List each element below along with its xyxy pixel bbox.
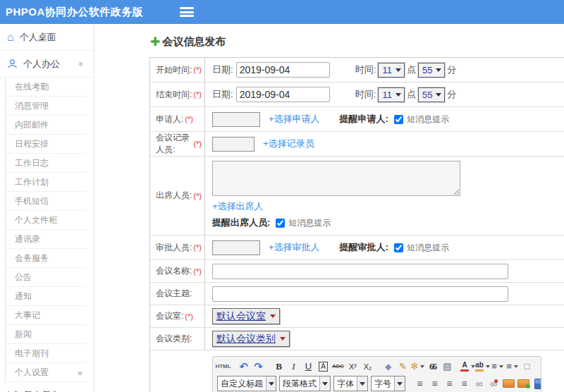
blockquote-button[interactable]: 66: [426, 359, 439, 374]
insert-image-button[interactable]: [517, 376, 530, 391]
unlink-icon[interactable]: ∞: [487, 376, 501, 391]
italic-button[interactable]: I: [287, 359, 300, 374]
required-mark: (*): [193, 66, 202, 74]
app-title: PHPOA协同办公软件政务版: [6, 6, 143, 19]
dropdown-arrow-icon: [276, 337, 288, 341]
align-right-icon[interactable]: ≡: [443, 376, 456, 391]
dropdown-arrow-icon: [319, 376, 330, 391]
meeting-subject-input[interactable]: [212, 286, 508, 302]
format-painter-icon[interactable]: ✎: [396, 359, 410, 374]
recorder-input[interactable]: [212, 137, 255, 152]
choose-attendees-link[interactable]: +选择出席人: [212, 200, 264, 213]
media-button[interactable]: [532, 376, 541, 391]
unordered-list-button[interactable]: ≡: [505, 359, 519, 374]
meeting-name-input[interactable]: [212, 264, 508, 279]
choose-applicant-link[interactable]: +选择申请人: [269, 113, 320, 125]
date-label: 日期:: [212, 63, 233, 76]
sidebar-item-personal-desktop[interactable]: ⌂ 个人桌面: [0, 24, 94, 51]
remove-format-icon[interactable]: ◆: [381, 359, 395, 374]
highlight-color-button[interactable]: ab: [476, 359, 489, 374]
superscript-button[interactable]: X²: [346, 359, 360, 374]
font-color-button[interactable]: A: [461, 359, 474, 374]
link-icon[interactable]: ∞: [472, 376, 486, 391]
start-minute-select[interactable]: 55: [418, 63, 445, 78]
applicant-input[interactable]: [212, 112, 260, 127]
dropdown-arrow-icon: [433, 68, 444, 72]
font-size-select[interactable]: 字号: [371, 376, 405, 391]
approver-input[interactable]: [212, 240, 260, 255]
attendees-textarea[interactable]: [212, 161, 460, 196]
row-attendees: 出席人员: (*) +选择出席人 提醒出席人员: 短消息提示: [150, 157, 564, 235]
sidebar-item-online-attendance[interactable]: 在线考勤: [6, 78, 87, 97]
sidebar-item-e-journal[interactable]: 电子期刊: [6, 344, 87, 363]
justify-icon[interactable]: ≡: [458, 376, 471, 391]
underline-button[interactable]: U: [302, 359, 315, 374]
undo-icon[interactable]: ↶: [237, 359, 250, 374]
recorder-label: 会议记录人员:: [156, 132, 192, 156]
office-submenu: 在线考勤 消息管理 内部邮件 日程安排 工作日志 工作计划 手机短信 个人文件柜…: [5, 78, 94, 382]
subscript-button[interactable]: X₂: [361, 359, 374, 374]
image-button[interactable]: [502, 376, 515, 391]
font-family-select[interactable]: 字体: [333, 376, 368, 391]
row-meeting-room: 会议室: (*) 默认会议室: [150, 305, 564, 328]
start-date-input[interactable]: [236, 62, 330, 78]
required-mark: (*): [193, 90, 202, 99]
hour-unit-label: 点: [407, 63, 416, 76]
hamburger-menu-icon[interactable]: [180, 7, 194, 17]
fullscreen-button[interactable]: [541, 359, 541, 374]
quick-format-button[interactable]: ✻: [411, 359, 424, 374]
row-meeting-content: HTML ↶ ↷ B I U A ABC X² X₂ ◆: [150, 350, 564, 392]
sidebar-item-notice[interactable]: 通知: [6, 287, 87, 306]
rich-text-editor: HTML ↶ ↷ B I U A ABC X² X₂ ◆: [212, 356, 541, 392]
start-hour-select[interactable]: 11: [378, 63, 405, 78]
row-approver: 审批人员: (*) +选择审批人 提醒审批人: 短消息提示: [150, 235, 564, 260]
row-meeting-name: 会议名称: (*): [150, 260, 564, 283]
sidebar-item-internal-mail[interactable]: 内部邮件: [6, 116, 87, 135]
approver-sms-checkbox[interactable]: [394, 243, 403, 252]
strikethrough-button[interactable]: ABC: [331, 359, 345, 374]
custom-heading-select[interactable]: 自定义标题: [217, 376, 276, 391]
sidebar-item-contacts[interactable]: 通讯录: [6, 230, 87, 249]
monitor-icon: [541, 362, 542, 371]
hour-unit-label: 点: [407, 88, 416, 101]
sidebar-item-work-log[interactable]: 工作日志: [6, 154, 87, 173]
start-time-label: 开始时间:: [156, 64, 192, 76]
sidebar-item-personal-files[interactable]: 个人文件柜: [6, 211, 87, 230]
dropdown-arrow-icon: [266, 376, 276, 391]
sidebar-item-supervision[interactable]: 督查督办 »: [0, 382, 94, 392]
html-source-button[interactable]: HTML: [216, 359, 230, 374]
image-icon: [503, 379, 515, 388]
dropdown-arrow-icon: [393, 93, 404, 97]
ordered-list-button[interactable]: ≡: [491, 359, 504, 374]
end-date-input[interactable]: [236, 87, 330, 102]
sidebar-item-meeting-service[interactable]: 会务服务: [6, 249, 87, 268]
sidebar-item-announcement[interactable]: 公告: [6, 268, 87, 287]
sidebar-item-schedule[interactable]: 日程安排: [6, 135, 87, 154]
sidebar-item-sms[interactable]: 手机短信: [6, 192, 87, 211]
end-hour-select[interactable]: 11: [378, 87, 405, 102]
end-minute-select[interactable]: 55: [418, 87, 445, 102]
font-style-button[interactable]: A: [317, 359, 330, 374]
choose-approver-link[interactable]: +选择审批人: [269, 241, 320, 254]
sidebar-item-message-management[interactable]: 消息管理: [6, 97, 87, 116]
choose-recorder-link[interactable]: +选择记录员: [263, 137, 314, 150]
align-center-icon[interactable]: ≡: [428, 376, 441, 391]
meeting-room-select[interactable]: 默认会议室: [212, 308, 280, 324]
attendees-sms-checkbox[interactable]: [276, 219, 285, 228]
sidebar-item-news[interactable]: 新闻: [6, 325, 87, 344]
new-page-icon[interactable]: □: [520, 359, 534, 374]
editor-toolbar-row2: 自定义标题 段落格式 字体 字号 ≡ ≡ ≡ ≡ ∞ ∞: [213, 376, 541, 392]
sms-hint-label: 短消息提示: [288, 217, 331, 229]
paste-text-icon[interactable]: ▤: [441, 359, 454, 374]
meeting-category-select[interactable]: 默认会议类别: [212, 331, 290, 347]
paragraph-format-select[interactable]: 段落格式: [279, 376, 331, 391]
sidebar-item-work-plan[interactable]: 工作计划: [6, 173, 87, 192]
remind-approver-label: 提醒审批人:: [340, 241, 388, 254]
sidebar-item-major-events[interactable]: 大事记: [6, 306, 87, 325]
sidebar-item-personal-settings[interactable]: 个人设置 »: [6, 363, 87, 382]
sidebar-item-personal-office[interactable]: 个人办公 »: [0, 51, 94, 78]
applicant-sms-checkbox[interactable]: [394, 115, 403, 124]
bold-button[interactable]: B: [272, 359, 286, 374]
align-left-icon[interactable]: ≡: [413, 376, 427, 391]
redo-icon[interactable]: ↷: [252, 359, 265, 374]
